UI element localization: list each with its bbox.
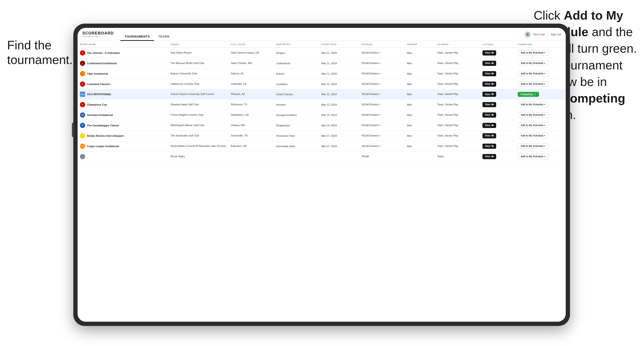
scoreboard-logo: SCOREBOARD Powered by clippd <box>82 31 114 37</box>
view-button[interactable]: View 👁 <box>482 81 496 87</box>
event-name-cell: T Tiger Invitational <box>78 68 168 79</box>
competing-cell: Add to My Schedule + <box>515 48 566 58</box>
venue-cell: Brook Valley <box>168 151 228 162</box>
city-cell: Statesboro, GA <box>228 110 274 120</box>
competing-cell: Competing ✓ <box>515 89 566 99</box>
gender-cell <box>405 151 435 162</box>
event-name-cell: B The Carpetbagger Classic <box>78 120 168 131</box>
eye-icon: 👁 <box>491 83 494 85</box>
logo-title: SCOREBOARD <box>82 31 114 35</box>
scoring-cell: Team, Stroke Play <box>435 89 480 99</box>
division-cell: NCAA Division I <box>360 68 405 79</box>
add-to-schedule-button[interactable]: Add to My Schedule + <box>518 112 548 118</box>
add-to-schedule-button[interactable]: Add to My Schedule + <box>518 123 548 128</box>
view-button[interactable]: View 👁 <box>482 61 496 66</box>
view-button[interactable]: View 👁 <box>482 123 496 128</box>
sign-out-link[interactable]: Sign out <box>550 33 561 36</box>
add-to-schedule-button[interactable]: Add to My Schedule + <box>518 81 548 87</box>
actions-cell: View 👁 <box>480 48 515 58</box>
competing-cell: Add to My Schedule + <box>515 68 566 79</box>
eye-icon: 👁 <box>491 51 494 54</box>
view-button[interactable]: View 👁 <box>482 50 496 55</box>
checkmark-icon: ✓ <box>534 93 536 96</box>
eye-icon: 👁 <box>491 114 494 116</box>
add-to-schedule-button[interactable]: Add to My Schedule + <box>518 71 548 76</box>
scoring-cell: Team, Stroke Play <box>435 120 480 131</box>
add-to-schedule-button[interactable]: Add to My Schedule + <box>518 50 548 55</box>
hosted-cell <box>274 151 319 162</box>
city-cell: Saint Charles, MO <box>228 58 274 68</box>
venue-cell: Forest Heights Country Club <box>168 110 228 120</box>
add-to-schedule-button[interactable]: Add to My Schedule + <box>518 133 548 138</box>
event-name: The Johnnie - O Individual <box>87 51 120 54</box>
division-cell: NCAA <box>360 151 405 162</box>
eye-icon: 👁 <box>491 134 494 137</box>
tab-teams[interactable]: TEAMS <box>154 33 174 41</box>
competing-cell: Add to My Schedule + <box>515 120 566 131</box>
actions-cell: View 👁 <box>480 131 515 141</box>
scoring-cell: Team, Stroke Play <box>435 58 480 68</box>
view-button[interactable]: View 👁 <box>482 102 496 107</box>
col-header-hosted: HOSTED BY <box>274 41 319 48</box>
competing-cell: Add to My Schedule + <box>515 151 566 162</box>
date-cell <box>319 151 359 162</box>
hosted-cell: Kennesaw State <box>274 141 319 151</box>
competing-cell: Add to My Schedule + <box>515 131 566 141</box>
table-row: R The Johnnie - O Individual Sea Palms R… <box>78 48 566 58</box>
hosted-cell: Grand Canyon <box>274 89 319 99</box>
header-right: 👤 Test User | Sign out <box>524 31 561 37</box>
add-to-schedule-button[interactable]: Add to My Schedule + <box>518 102 548 107</box>
add-to-schedule-button[interactable]: Add to My Schedule + <box>518 60 548 66</box>
logo-subtitle: Powered by clippd <box>82 35 114 37</box>
event-name: Tiger Invitational <box>87 72 108 75</box>
table-row: T Tiger Invitational Auburn University C… <box>78 68 566 79</box>
tab-tournaments[interactable]: TOURNAMENTS <box>120 33 154 41</box>
scoring-cell: Team, Stroke Play <box>435 79 480 89</box>
table-header-row: EVENT NAME VENUE CITY, STATE HOSTED BY S… <box>78 41 566 48</box>
view-button[interactable]: View 👁 <box>482 71 496 76</box>
col-header-gender: GENDER <box>405 41 435 48</box>
side-button <box>72 123 74 137</box>
hosted-cell: Georgia Southern <box>274 110 319 120</box>
date-cell: Mar 12, 2024 <box>319 89 359 99</box>
event-name-cell: KS Linger Longer Invitational <box>78 141 168 151</box>
col-header-date: START DATE <box>319 41 359 48</box>
col-header-actions: ACTIONS <box>480 41 515 48</box>
event-name-cell: LA Louisiana Classics <box>78 79 168 89</box>
actions-cell: View 👁 <box>480 89 515 99</box>
scoring-cell: Team, Stroke Play <box>435 131 480 141</box>
venue-cell: Great Waters Course At Reynolds Lake Oco… <box>168 141 228 151</box>
eye-icon: 👁 <box>491 145 494 148</box>
add-to-schedule-button[interactable]: Add to My Schedule + <box>518 143 548 149</box>
event-name-cell <box>78 151 168 162</box>
table-container: EVENT NAME VENUE CITY, STATE HOSTED BY S… <box>78 41 566 322</box>
gender-cell: Men <box>405 141 435 151</box>
date-cell: Mar 17, 2024 <box>319 141 359 151</box>
table-row: TT Bobby Nichols Intercollegiate The Sev… <box>78 131 566 141</box>
competing-cell: Add to My Schedule + <box>515 99 566 110</box>
view-button[interactable]: View 👁 <box>482 144 496 149</box>
table-row: Brook Valley NCAA Team, View 👁 Add to My… <box>78 151 566 162</box>
scoring-cell: Team, Stroke Play <box>435 110 480 120</box>
gender-cell: Men <box>405 120 435 131</box>
gender-cell: Men <box>405 79 435 89</box>
add-to-schedule-button[interactable]: Add to My Schedule + <box>518 154 548 159</box>
eye-icon: 👁 <box>491 62 494 65</box>
scoring-cell: Team, Stroke Play <box>435 141 480 151</box>
competing-cell: Add to My Schedule + <box>515 141 566 151</box>
view-button[interactable]: View 👁 <box>482 133 496 138</box>
app-header: SCOREBOARD Powered by clippd TOURNAMENTS… <box>78 28 566 41</box>
gender-cell: Men <box>405 58 435 68</box>
division-cell: NCAA Division I <box>360 141 405 151</box>
event-name: Champions Cup <box>87 103 107 106</box>
col-header-scoring: SCORING <box>435 41 480 48</box>
event-name: Bobby Nichols Intercollegiate <box>87 134 124 137</box>
view-button[interactable]: View 👁 <box>482 92 496 97</box>
view-button[interactable]: View 👁 <box>482 154 496 159</box>
competing-button[interactable]: Competing ✓ <box>518 92 539 97</box>
actions-cell: View 👁 <box>480 99 515 110</box>
venue-cell: The Missouri Bluffs Golf Club <box>168 58 228 68</box>
city-cell: Phoenix, AZ <box>228 89 274 99</box>
view-button[interactable]: View 👁 <box>482 112 496 118</box>
event-name: GCU INVITATIONAL <box>87 93 112 96</box>
